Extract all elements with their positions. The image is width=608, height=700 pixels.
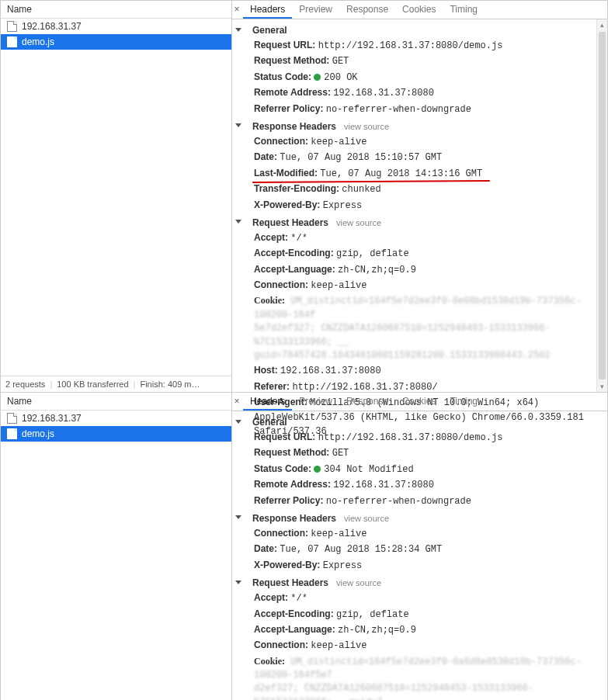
detail-pane: × Headers Preview Response Cookies Timin… bbox=[232, 1, 607, 392]
kv-accept-language: Accept-Language: zh-CN,zh;q=0.9 bbox=[232, 262, 593, 278]
kv-cookie: Cookie: UM_distinctid=164f5e7d2ee3f0-0e0… bbox=[232, 293, 593, 363]
kv-request-method: Request Method: GET bbox=[232, 54, 593, 69]
status-requests: 2 requests bbox=[5, 379, 45, 389]
kv-request-url: Request URL: http://192.168.31.37:8080/d… bbox=[232, 430, 607, 445]
file-list: 192.168.31.37 demo.js bbox=[1, 19, 231, 376]
kv-date: Date: Tue, 07 Aug 2018 15:10:57 GMT bbox=[232, 150, 593, 165]
section-title-request-headers[interactable]: Request Headersview source bbox=[232, 575, 607, 591]
disclosure-triangle-icon bbox=[235, 123, 241, 127]
section-title-request-headers[interactable]: Request Headersview source bbox=[232, 215, 593, 230]
disclosure-triangle-icon bbox=[235, 580, 241, 584]
name-column-header[interactable]: Name bbox=[1, 393, 231, 411]
network-file-pane: Name 192.168.31.37 demo.js 2 requests| 1… bbox=[1, 1, 232, 392]
status-finish: Finish: 409 m… bbox=[140, 379, 200, 389]
file-name: demo.js bbox=[22, 428, 54, 439]
network-file-pane: Name 192.168.31.37 demo.js 2 requests| 2… bbox=[1, 393, 232, 700]
headers-body[interactable]: General Request URL: http://192.168.31.3… bbox=[232, 411, 607, 700]
status-bar: 2 requests| 100 KB transferred| Finish: … bbox=[1, 376, 231, 392]
section-title-general[interactable]: General bbox=[232, 414, 607, 430]
file-row-demojs[interactable]: demo.js bbox=[1, 34, 231, 50]
kv-x-powered-by: X-Powered-By: Express bbox=[232, 558, 607, 574]
tab-preview[interactable]: Preview bbox=[292, 393, 339, 411]
kv-request-url: Request URL: http://192.168.31.37:8080/d… bbox=[232, 38, 593, 54]
vertical-scrollbar[interactable]: ▴ ▾ bbox=[596, 19, 607, 392]
disclosure-triangle-icon bbox=[235, 420, 241, 424]
status-dot-icon bbox=[314, 466, 321, 473]
file-row-host[interactable]: 192.168.31.37 bbox=[1, 411, 231, 426]
kv-accept: Accept: */* bbox=[232, 591, 607, 606]
scroll-up-icon[interactable]: ▴ bbox=[597, 19, 607, 30]
kv-accept: Accept: */* bbox=[232, 230, 593, 246]
document-icon bbox=[7, 21, 17, 32]
kv-accept-encoding: Accept-Encoding: gzip, deflate bbox=[232, 246, 593, 262]
document-icon bbox=[7, 413, 17, 424]
tab-headers[interactable]: Headers bbox=[243, 1, 292, 19]
kv-connection: Connection: keep-alive bbox=[232, 638, 607, 653]
section-request-headers: Request Headersview source Accept: */* A… bbox=[232, 575, 607, 700]
kv-referrer-policy: Referrer Policy: no-referrer-when-downgr… bbox=[232, 102, 593, 117]
status-dot-icon bbox=[314, 74, 321, 81]
tab-preview[interactable]: Preview bbox=[292, 1, 339, 19]
kv-referrer-policy: Referrer Policy: no-referrer-when-downgr… bbox=[232, 494, 607, 509]
view-source-link[interactable]: view source bbox=[336, 578, 381, 587]
kv-remote-address: Remote Address: 192.168.31.37:8080 bbox=[232, 477, 607, 493]
kv-cookie: Cookie: UM_distinctid=164f5e7d2ee3f0-0a6… bbox=[232, 654, 607, 700]
file-name: 192.168.31.37 bbox=[22, 21, 82, 32]
section-response-headers: Response Headersview source Connection: … bbox=[232, 119, 593, 213]
kv-transfer-encoding: Transfer-Encoding: chunked bbox=[232, 182, 593, 197]
kv-date: Date: Tue, 07 Aug 2018 15:28:34 GMT bbox=[232, 542, 607, 557]
kv-accept-language: Accept-Language: zh-CN,zh;q=0.9 bbox=[232, 622, 607, 638]
section-title-general[interactable]: General bbox=[232, 23, 593, 38]
file-name: 192.168.31.37 bbox=[22, 413, 82, 424]
tab-timing[interactable]: Timing bbox=[443, 1, 485, 19]
section-title-response-headers[interactable]: Response Headersview source bbox=[232, 119, 593, 134]
devtools-panel-top: Name 192.168.31.37 demo.js 2 requests| 1… bbox=[0, 0, 608, 393]
disclosure-triangle-icon bbox=[235, 28, 241, 32]
detail-pane: × Headers Preview Response Cookies Timin… bbox=[232, 393, 607, 700]
file-row-demojs[interactable]: demo.js bbox=[1, 426, 231, 442]
kv-last-modified: Last-Modified: Tue, 07 Aug 2018 14:13:16… bbox=[232, 166, 593, 182]
tab-cookies[interactable]: Cookies bbox=[395, 1, 443, 19]
kv-request-method: Request Method: GET bbox=[232, 445, 607, 461]
name-column-header[interactable]: Name bbox=[1, 1, 231, 19]
view-source-link[interactable]: view source bbox=[344, 122, 389, 131]
detail-tabs: × Headers Preview Response Cookies Timin… bbox=[232, 393, 607, 411]
disclosure-triangle-icon bbox=[235, 220, 241, 224]
scrollbar-thumb[interactable] bbox=[599, 32, 606, 379]
section-response-headers: Response Headersview source Connection: … bbox=[232, 511, 607, 574]
kv-connection: Connection: keep-alive bbox=[232, 278, 593, 293]
section-general: General Request URL: http://192.168.31.3… bbox=[232, 414, 607, 509]
scroll-down-icon[interactable]: ▾ bbox=[597, 381, 607, 392]
section-general: General Request URL: http://192.168.31.3… bbox=[232, 23, 593, 117]
file-list: 192.168.31.37 demo.js bbox=[1, 411, 231, 700]
kv-host: Host: 192.168.31.37:8080 bbox=[232, 363, 593, 379]
kv-status-code: Status Code: 200 OK bbox=[232, 70, 593, 85]
tab-response[interactable]: Response bbox=[339, 393, 395, 411]
close-icon[interactable]: × bbox=[231, 1, 242, 18]
disclosure-triangle-icon bbox=[235, 515, 241, 519]
view-source-link[interactable]: view source bbox=[336, 218, 381, 227]
file-name: demo.js bbox=[22, 36, 54, 47]
section-title-response-headers[interactable]: Response Headersview source bbox=[232, 511, 607, 526]
tab-headers[interactable]: Headers bbox=[243, 393, 292, 411]
headers-body[interactable]: General Request URL: http://192.168.31.3… bbox=[232, 19, 607, 444]
tab-cookies[interactable]: Cookies bbox=[395, 393, 443, 411]
kv-remote-address: Remote Address: 192.168.31.37:8080 bbox=[232, 85, 593, 101]
view-source-link[interactable]: view source bbox=[344, 514, 389, 523]
kv-status-code: Status Code: 304 Not Modified bbox=[232, 462, 607, 477]
close-icon[interactable]: × bbox=[231, 393, 242, 410]
file-row-host[interactable]: 192.168.31.37 bbox=[1, 19, 231, 34]
status-transferred: 100 KB transferred bbox=[57, 379, 128, 389]
js-file-icon bbox=[7, 428, 17, 439]
kv-connection: Connection: keep-alive bbox=[232, 526, 607, 542]
tab-timing[interactable]: Timing bbox=[443, 393, 485, 411]
kv-accept-encoding: Accept-Encoding: gzip, deflate bbox=[232, 607, 607, 622]
tab-response[interactable]: Response bbox=[339, 1, 395, 19]
kv-x-powered-by: X-Powered-By: Express bbox=[232, 198, 593, 213]
detail-tabs: × Headers Preview Response Cookies Timin… bbox=[232, 1, 607, 19]
js-file-icon bbox=[7, 36, 17, 47]
kv-connection: Connection: keep-alive bbox=[232, 134, 593, 150]
devtools-panel-bottom: Name 192.168.31.37 demo.js 2 requests| 2… bbox=[0, 392, 608, 700]
